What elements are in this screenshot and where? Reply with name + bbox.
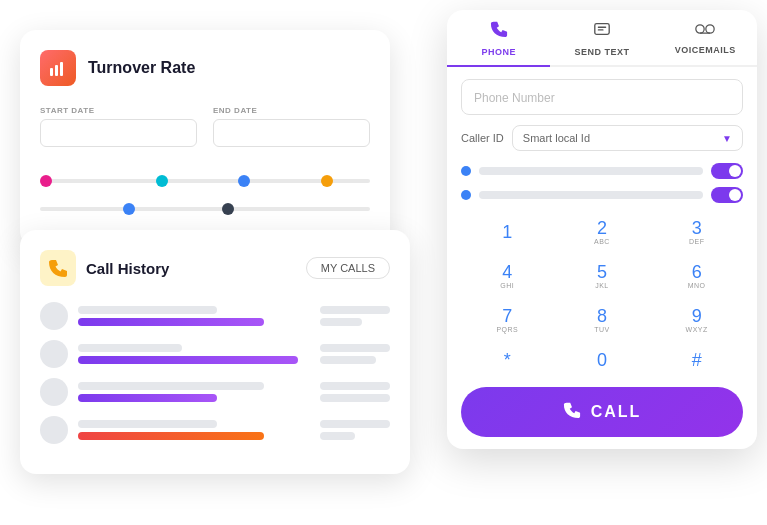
- toggle-line-2: [479, 191, 703, 199]
- call-button-label: CALL: [591, 403, 642, 421]
- right-bar: [320, 420, 390, 428]
- dialer-card: PHONE SEND TEXT VOICEMAILS: [447, 10, 757, 449]
- right-bar: [320, 394, 390, 402]
- phone-input-wrap[interactable]: Phone Number: [461, 79, 743, 115]
- keypad-key-2[interactable]: 2ABC: [556, 211, 649, 253]
- dot-cyan: [156, 175, 168, 187]
- chart-row-2: [40, 199, 370, 219]
- chart-line-1: [40, 179, 370, 183]
- keypad-key-6[interactable]: 6MNO: [650, 255, 743, 297]
- svg-point-5: [706, 25, 714, 33]
- call-right-bars: [320, 344, 390, 364]
- dot-blue2: [123, 203, 135, 215]
- svg-rect-0: [50, 68, 53, 76]
- svg-rect-3: [595, 24, 609, 35]
- toggle-row-1: [461, 163, 743, 179]
- dot-yellow: [321, 175, 333, 187]
- caller-id-value: Smart local Id: [523, 132, 590, 144]
- svg-rect-2: [60, 62, 63, 76]
- tab-send-text[interactable]: SEND TEXT: [550, 10, 653, 65]
- phone-input-placeholder: Phone Number: [474, 91, 555, 105]
- call-list-item: [40, 302, 390, 330]
- toggle-line-1: [479, 167, 703, 175]
- call-right-bars: [320, 420, 390, 440]
- toggle-dot-1: [461, 166, 471, 176]
- keypad-key-8[interactable]: 8TUV: [556, 299, 649, 341]
- send-text-tab-icon: [593, 20, 611, 43]
- tab-phone[interactable]: PHONE: [447, 10, 550, 67]
- phone-tab-label: PHONE: [481, 47, 516, 57]
- voicemail-tab-icon: [695, 20, 715, 41]
- chevron-down-icon: ▼: [722, 133, 732, 144]
- right-bar: [320, 318, 362, 326]
- toggle-switch-1[interactable]: [711, 163, 743, 179]
- turnover-icon: [40, 50, 76, 86]
- call-avatar: [40, 416, 68, 444]
- call-history-header: Call History MY CALLS: [40, 250, 390, 286]
- keypad-key-7[interactable]: 7PQRS: [461, 299, 554, 341]
- keypad-key-4[interactable]: 4GHI: [461, 255, 554, 297]
- turnover-card: Turnover Rate START DATE END DATE: [20, 30, 390, 247]
- keypad-key-1[interactable]: 1: [461, 211, 554, 253]
- right-bar: [320, 356, 376, 364]
- call-bars: [78, 306, 310, 326]
- dot-pink: [40, 175, 52, 187]
- bar-line-purple: [78, 356, 298, 364]
- toggle-dot-2: [461, 190, 471, 200]
- call-history-card: Call History MY CALLS: [20, 230, 410, 474]
- right-bar: [320, 432, 355, 440]
- phone-tab-icon: [490, 20, 508, 43]
- call-button[interactable]: CALL: [461, 387, 743, 437]
- call-bars: [78, 382, 310, 402]
- bar-line-purple: [78, 394, 217, 402]
- call-list-item: [40, 378, 390, 406]
- dialer-body: Phone Number Caller ID Smart local Id ▼ …: [447, 67, 757, 449]
- dot-dark: [222, 203, 234, 215]
- keypad-key-*[interactable]: *: [461, 343, 554, 377]
- right-bar: [320, 306, 390, 314]
- svg-rect-1: [55, 65, 58, 76]
- call-avatar: [40, 340, 68, 368]
- end-date-label: END DATE: [213, 106, 370, 115]
- svg-point-4: [696, 25, 704, 33]
- right-bar: [320, 344, 390, 352]
- bar-line: [78, 382, 264, 390]
- chart-line-2: [40, 207, 370, 211]
- call-list-item: [40, 340, 390, 368]
- my-calls-button[interactable]: MY CALLS: [306, 257, 390, 279]
- bar-line-orange: [78, 432, 264, 440]
- call-right-bars: [320, 306, 390, 326]
- dot-blue: [238, 175, 250, 187]
- bar-line: [78, 306, 217, 314]
- keypad-key-3[interactable]: 3DEF: [650, 211, 743, 253]
- toggle-switch-2[interactable]: [711, 187, 743, 203]
- caller-id-row: Caller ID Smart local Id ▼: [461, 125, 743, 151]
- call-avatar: [40, 302, 68, 330]
- right-bar: [320, 382, 390, 390]
- date-row: START DATE END DATE: [40, 106, 370, 147]
- call-list-item: [40, 416, 390, 444]
- call-history-left: Call History: [40, 250, 169, 286]
- voicemail-tab-label: VOICEMAILS: [675, 45, 736, 55]
- keypad-key-5[interactable]: 5JKL: [556, 255, 649, 297]
- keypad-key-9[interactable]: 9WXYZ: [650, 299, 743, 341]
- chart-area: [40, 163, 370, 227]
- tab-voicemails[interactable]: VOICEMAILS: [654, 10, 757, 65]
- start-date-label: START DATE: [40, 106, 197, 115]
- end-date-input[interactable]: [213, 119, 370, 147]
- call-button-phone-icon: [563, 401, 581, 423]
- keypad-key-0[interactable]: 0: [556, 343, 649, 377]
- keypad-key-#[interactable]: #: [650, 343, 743, 377]
- call-bars: [78, 420, 310, 440]
- chart-row-1: [40, 171, 370, 191]
- phone-icon: [48, 258, 68, 278]
- call-avatar: [40, 378, 68, 406]
- call-right-bars: [320, 382, 390, 402]
- call-history-title: Call History: [86, 260, 169, 277]
- keypad: 12ABC3DEF4GHI5JKL6MNO7PQRS8TUV9WXYZ*0#: [461, 211, 743, 377]
- caller-id-select[interactable]: Smart local Id ▼: [512, 125, 743, 151]
- send-text-tab-label: SEND TEXT: [574, 47, 629, 57]
- bar-line: [78, 344, 182, 352]
- start-date-input[interactable]: [40, 119, 197, 147]
- turnover-header: Turnover Rate: [40, 50, 370, 86]
